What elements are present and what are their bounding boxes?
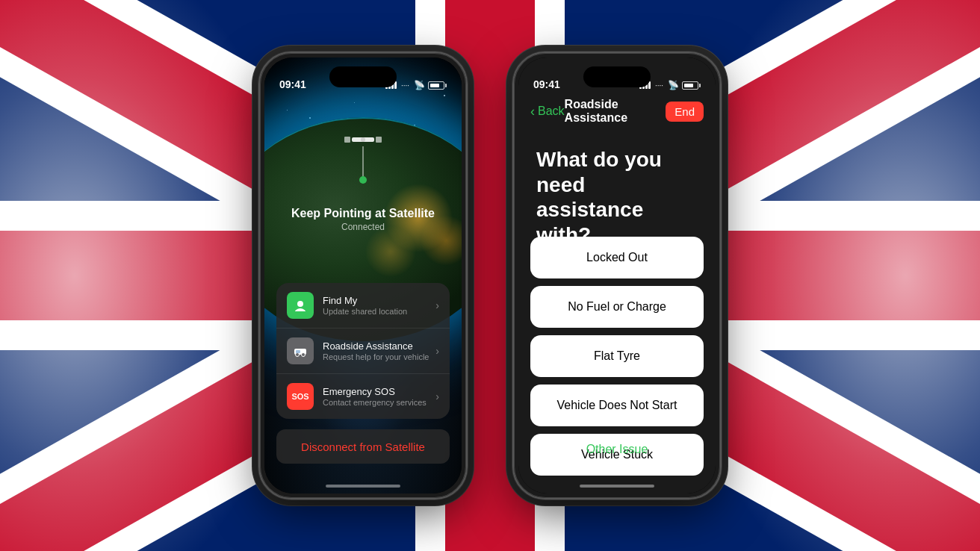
findmy-chevron: ›	[435, 299, 439, 311]
phone-roadside: 09:41 ···· 📡	[512, 52, 722, 499]
battery-icon	[428, 81, 447, 90]
satellite-connection-icon: 📡	[414, 80, 425, 90]
option-no-start-label: Vehicle Does Not Start	[557, 399, 677, 412]
findmy-text: Find My Update shared location	[323, 295, 435, 316]
disconnect-button-label: Disconnect from Satellite	[301, 441, 425, 453]
option-no-fuel-label: No Fuel or Charge	[568, 300, 666, 314]
back-chevron-icon: ‹	[530, 104, 535, 119]
menu-container: Find My Update shared location ›	[276, 283, 450, 419]
other-issue-button[interactable]: Other Issue	[518, 443, 716, 456]
nav-title: Roadside Assistance	[565, 98, 666, 125]
other-issue-label: Other Issue	[586, 443, 648, 456]
sos-title: Emergency SOS	[323, 386, 435, 397]
phones-container: 09:41 ···· 📡	[0, 0, 980, 551]
menu-item-sos[interactable]: SOS Emergency SOS Contact emergency serv…	[276, 374, 450, 419]
svg-point-16	[359, 176, 367, 184]
home-indicator-phone1	[326, 485, 400, 488]
svg-rect-12	[344, 137, 350, 143]
end-button-label: End	[674, 105, 695, 118]
roadside-text: Roadside Assistance Request help for you…	[323, 340, 435, 361]
back-button[interactable]: ‹ Back	[530, 104, 565, 119]
roadside-title: Roadside Assistance	[323, 340, 435, 352]
findmy-subtitle: Update shared location	[323, 307, 435, 316]
sos-text: Emergency SOS Contact emergency services	[323, 386, 435, 407]
svg-rect-13	[376, 137, 382, 143]
sos-icon-wrap: SOS	[287, 383, 314, 410]
satellite-text-area: Keep Pointing at Satellite Connected	[264, 207, 462, 232]
option-locked-out-label: Locked Out	[586, 251, 648, 264]
roadside-subtitle: Request help for your vehicle	[323, 352, 435, 361]
satellite-visual	[344, 132, 382, 184]
dynamic-island	[329, 66, 397, 87]
svg-rect-21	[296, 350, 300, 353]
roadside-chevron: ›	[435, 345, 439, 357]
back-label: Back	[538, 105, 565, 118]
svg-point-19	[296, 353, 300, 357]
home-indicator-phone2	[580, 485, 654, 488]
svg-point-17	[297, 301, 303, 307]
option-flat-tyre[interactable]: Flat Tyre	[530, 335, 704, 377]
option-locked-out[interactable]: Locked Out	[530, 237, 704, 278]
sos-label: SOS	[291, 392, 308, 401]
network-icon: ····	[401, 81, 409, 90]
assistance-question: What do you need assistance with?	[536, 147, 698, 247]
findmy-title: Find My	[323, 295, 435, 306]
sos-chevron: ›	[435, 390, 439, 402]
assistance-options: Locked Out No Fuel or Charge Flat Tyre V…	[530, 237, 704, 476]
status-time-phone2: 09:41	[533, 78, 560, 90]
network-icon-2: ····	[655, 81, 663, 90]
dynamic-island-phone2	[583, 66, 651, 87]
satellite-title: Keep Pointing at Satellite	[264, 207, 462, 220]
disconnect-button[interactable]: Disconnect from Satellite	[276, 429, 450, 464]
satellite-icon-2: 📡	[668, 80, 679, 90]
roadside-icon-wrap	[287, 337, 314, 364]
findmy-icon-wrap	[287, 292, 314, 319]
menu-item-findmy[interactable]: Find My Update shared location ›	[276, 283, 450, 329]
option-flat-tyre-label: Flat Tyre	[594, 349, 640, 363]
sos-subtitle: Contact emergency services	[323, 398, 435, 407]
battery-icon-2	[682, 81, 701, 90]
satellite-subtitle: Connected	[264, 222, 462, 232]
satellite-background	[264, 57, 462, 494]
phone-satellite: 09:41 ···· 📡	[258, 52, 468, 499]
status-time-phone1: 09:41	[279, 78, 306, 90]
menu-item-roadside[interactable]: Roadside Assistance Request help for you…	[276, 329, 450, 374]
option-no-fuel[interactable]: No Fuel or Charge	[530, 286, 704, 328]
end-button[interactable]: End	[666, 102, 704, 122]
nav-bar: ‹ Back Roadside Assistance End	[518, 95, 716, 128]
svg-point-20	[302, 353, 306, 357]
option-no-start[interactable]: Vehicle Does Not Start	[530, 385, 704, 426]
svg-point-14	[361, 137, 365, 142]
